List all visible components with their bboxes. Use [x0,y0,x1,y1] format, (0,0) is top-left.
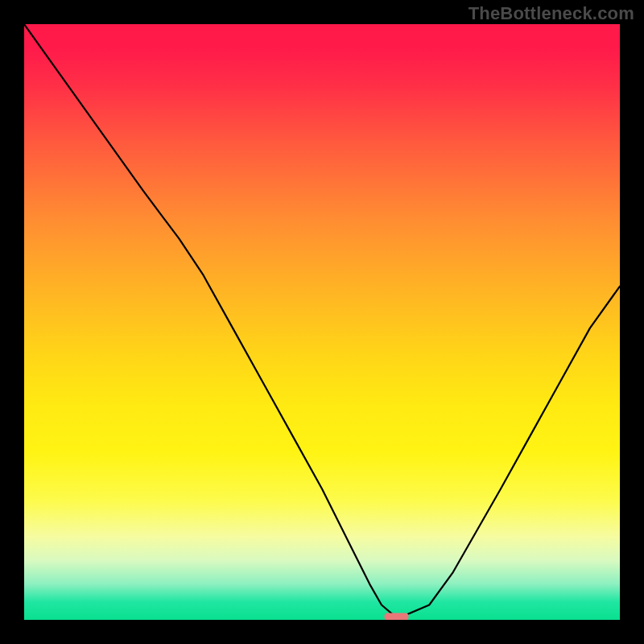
chart-svg [24,24,620,620]
plot-area [24,24,620,620]
optimal-marker [385,613,409,620]
chart-frame: TheBottleneck.com [0,0,644,644]
bottleneck-curve [24,24,620,615]
watermark-text: TheBottleneck.com [469,3,634,24]
